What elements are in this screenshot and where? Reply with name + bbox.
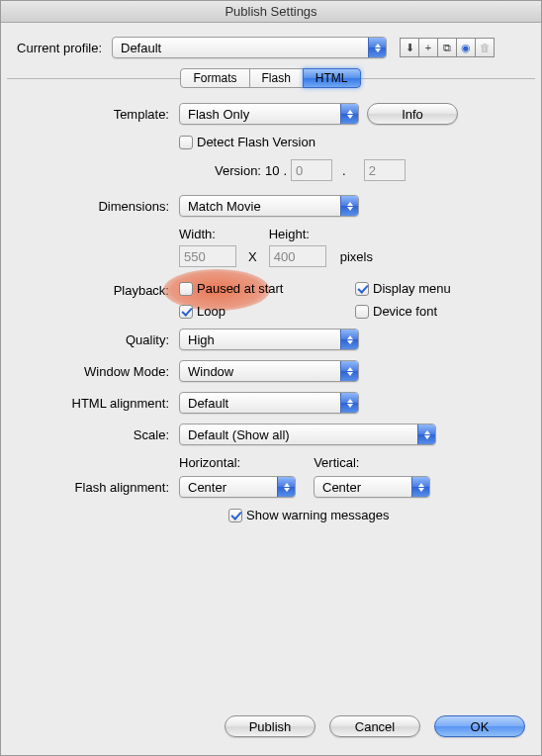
- profile-select[interactable]: Default: [112, 37, 387, 58]
- ok-button[interactable]: OK: [434, 715, 525, 737]
- paused-at-start-checkbox[interactable]: Paused at start: [179, 281, 347, 296]
- dialog-footer: Publish Cancel OK: [1, 703, 541, 755]
- width-input[interactable]: 550: [179, 245, 236, 267]
- width-label: Width:: [179, 227, 236, 241]
- playback-label: Playback:: [7, 281, 179, 298]
- chevron-updown-icon: [340, 361, 358, 381]
- profile-toolbar: ⬇ + ⧉ ◉ 🗑: [401, 38, 495, 57]
- import-profile-icon[interactable]: ⬇: [400, 38, 419, 57]
- chevron-updown-icon: [340, 330, 358, 349]
- html-alignment-label: HTML alignment:: [7, 396, 179, 411]
- flash-alignment-label: Flash alignment:: [7, 480, 179, 495]
- version-major: 10: [265, 163, 279, 178]
- profile-select-value: Default: [121, 41, 368, 55]
- publish-settings-dialog: Publish Settings Current profile: Defaul…: [0, 0, 542, 756]
- device-font-checkbox[interactable]: Device font: [355, 304, 523, 319]
- profile-label: Current profile:: [9, 41, 108, 55]
- version-label: Version:: [215, 163, 261, 178]
- profile-row: Current profile: Default ⬇ + ⧉ ◉ 🗑: [1, 23, 541, 68]
- quality-label: Quality:: [7, 332, 179, 347]
- html-panel: Template: Flash Only Info Detect Flash V…: [7, 78, 535, 703]
- pixels-label: pixels: [330, 249, 373, 267]
- show-warnings-checkbox[interactable]: Show warning messages: [228, 508, 390, 522]
- height-input[interactable]: 400: [269, 245, 326, 267]
- horizontal-label: Horizontal:: [179, 455, 240, 470]
- template-label: Template:: [7, 107, 179, 122]
- scale-label: Scale:: [7, 427, 179, 442]
- window-mode-label: Window Mode:: [7, 364, 179, 379]
- html-alignment-select[interactable]: Default: [179, 392, 359, 414]
- tab-formats[interactable]: Formats: [180, 68, 249, 88]
- chevron-updown-icon: [368, 38, 386, 57]
- display-menu-checkbox[interactable]: Display menu: [355, 281, 523, 296]
- duplicate-profile-icon[interactable]: ⧉: [437, 38, 457, 57]
- title-bar: Publish Settings: [1, 1, 541, 23]
- loop-checkbox[interactable]: Loop: [179, 304, 347, 319]
- window-title: Publish Settings: [225, 4, 316, 19]
- dimension-x: X: [240, 249, 265, 267]
- chevron-updown-icon: [277, 477, 295, 497]
- version-minor-input[interactable]: 0: [291, 159, 332, 181]
- vertical-align-select[interactable]: Center: [314, 476, 430, 498]
- rename-profile-icon[interactable]: ◉: [456, 38, 476, 57]
- tab-flash[interactable]: Flash: [249, 68, 304, 88]
- scale-select[interactable]: Default (Show all): [179, 424, 436, 445]
- delete-profile-icon[interactable]: 🗑: [475, 38, 495, 57]
- dimensions-label: Dimensions:: [7, 199, 179, 214]
- dimensions-select[interactable]: Match Movie: [179, 195, 359, 217]
- vertical-label: Vertical:: [314, 455, 359, 470]
- template-select[interactable]: Flash Only: [179, 103, 359, 125]
- horizontal-align-select[interactable]: Center: [179, 476, 296, 498]
- cancel-button[interactable]: Cancel: [329, 715, 420, 737]
- chevron-updown-icon: [340, 104, 358, 124]
- detect-flash-checkbox[interactable]: Detect Flash Version: [179, 135, 316, 149]
- tab-html[interactable]: HTML: [303, 68, 361, 88]
- window-mode-select[interactable]: Window: [179, 360, 359, 382]
- publish-button[interactable]: Publish: [225, 715, 316, 737]
- chevron-updown-icon: [340, 196, 358, 216]
- version-rev-input[interactable]: 2: [364, 159, 406, 181]
- info-button[interactable]: Info: [367, 103, 458, 125]
- tab-bar: Formats Flash HTML: [1, 68, 541, 88]
- add-profile-icon[interactable]: +: [418, 38, 438, 57]
- chevron-updown-icon: [340, 393, 358, 413]
- quality-select[interactable]: High: [179, 329, 359, 350]
- chevron-updown-icon: [411, 477, 429, 497]
- height-label: Height:: [269, 227, 326, 241]
- chevron-updown-icon: [417, 425, 435, 444]
